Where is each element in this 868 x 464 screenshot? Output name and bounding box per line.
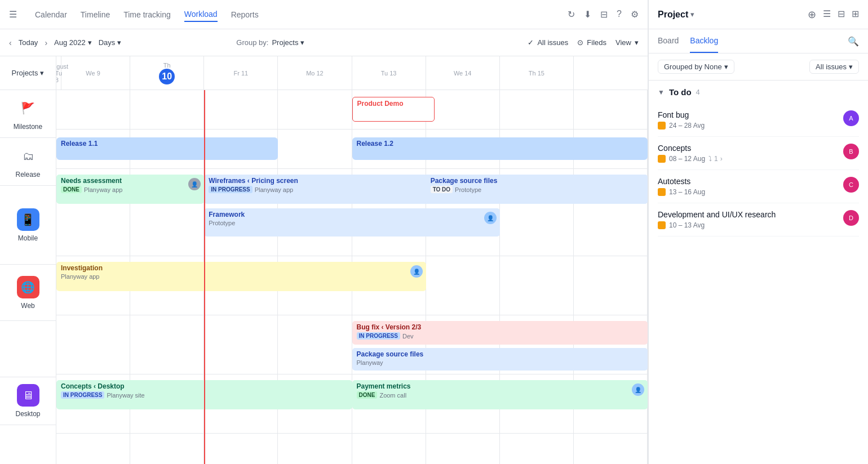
bug-badge: IN PROGRESS <box>357 332 400 340</box>
sidebar: Projects ▾ 🚩 Milestone 🗂 Release 📱 Mobil… <box>0 56 56 464</box>
payment-title: Payment metrics <box>357 382 644 390</box>
right-toolbar: Grouped by None ▾ All issues ▾ <box>649 53 868 81</box>
web-cell-7 <box>574 256 648 315</box>
product-demo-event[interactable]: Product Demo <box>352 97 435 122</box>
all-issues-right-button[interactable]: All issues ▾ <box>809 60 859 74</box>
download-icon[interactable]: ⬇ <box>584 9 591 20</box>
bug-fix-event[interactable]: Bug fix ‹ Version 2/3 IN PROGRESS Dev <box>352 321 648 345</box>
backlog-item-font-bug[interactable]: Font bug 24 – 28 Avg A <box>658 104 859 137</box>
release-1-2-event[interactable]: Release 1.2 <box>352 137 648 160</box>
concepts-desktop-event[interactable]: Concepts ‹ Desktop IN PROGRESS Planyway … <box>56 380 352 409</box>
backlog-item-concepts[interactable]: Concepts 08 – 12 Aug ⤵ 1 › B <box>658 137 859 170</box>
prev-arrow[interactable]: ‹ <box>9 38 12 47</box>
right-search-icon[interactable]: 🔍 <box>848 36 859 47</box>
grouped-by-button[interactable]: Grouped by None ▾ <box>658 60 734 74</box>
next-arrow[interactable]: › <box>45 38 47 47</box>
wireframes-app: Planyway app <box>255 186 294 193</box>
desktop-row: Concepts ‹ Desktop IN PROGRESS Planyway … <box>56 374 648 434</box>
sidebar-item-desktop[interactable]: 🖥 Desktop <box>0 377 56 425</box>
backlog-item-meta-1: 08 – 12 Aug ⤵ 1 › <box>658 155 839 163</box>
priority-icon-1 <box>658 155 666 163</box>
date-selector[interactable]: Aug 2022 ▾ <box>54 38 92 47</box>
sidebar-item-web[interactable]: 🌐 Web <box>0 265 56 321</box>
all-issues-button[interactable]: ✓ All issues <box>528 38 568 47</box>
package-source-2-event[interactable]: Package source files Planyway <box>352 348 648 371</box>
empty-cell-6 <box>500 434 574 464</box>
sub-count: 1 <box>714 155 718 163</box>
needs-assessment-event[interactable]: Needs assessment DONE Planyway app 👤 <box>56 175 204 204</box>
filed-button[interactable]: ⊙ Fileds <box>577 38 606 47</box>
backlog-avatar-2: C <box>843 177 859 193</box>
help-icon[interactable]: ? <box>617 9 622 20</box>
backlog-item-content-2: Autotests 13 – 16 Aug <box>658 177 839 196</box>
empty-cell-0 <box>56 434 130 464</box>
tab-backlog[interactable]: Backlog <box>690 29 718 53</box>
priority-icon-0 <box>658 122 666 130</box>
todo-title: To do <box>669 87 692 97</box>
top-nav: ☰ Calendar Timeline Time tracking Worklo… <box>0 0 648 29</box>
concepts-app: Planyway site <box>107 392 144 399</box>
cal-header-6: We 14 <box>426 56 500 90</box>
tab-calendar[interactable]: Calendar <box>35 8 67 21</box>
sidebar-item-mobile[interactable]: 📱 Mobile <box>0 186 56 265</box>
framework-event[interactable]: Framework Prototype 👤 <box>204 208 500 237</box>
days-selector[interactable]: Days ▾ <box>99 38 122 47</box>
cal-day-label-4: Mo 12 <box>306 70 324 77</box>
days-chevron: ▾ <box>117 38 121 47</box>
backlog-item-dev-uiux[interactable]: Development and UI/UX research 10 – 13 A… <box>658 203 859 237</box>
sub-icon: ⤵ <box>708 155 712 163</box>
release-1-2-title: Release 1.2 <box>357 140 644 148</box>
projects-selector[interactable]: Projects ▾ <box>12 69 45 77</box>
list-icon[interactable]: ☰ <box>823 8 831 21</box>
layout-icon[interactable]: ⊟ <box>838 8 845 21</box>
sidebar-item-release[interactable]: 🗂 Release <box>0 138 56 186</box>
empty-cell-4 <box>352 434 426 464</box>
backlog-item-autotests[interactable]: Autotests 13 – 16 Aug C <box>658 170 859 203</box>
bug-fix-title: Bug fix ‹ Version 2/3 <box>357 323 644 331</box>
project-title[interactable]: Project <box>658 10 688 20</box>
project-chevron: ▾ <box>690 10 694 19</box>
concepts-title: Concepts ‹ Desktop <box>61 382 348 390</box>
tab-workload[interactable]: Workload <box>184 7 218 22</box>
add-icon[interactable]: ⊕ <box>808 8 816 21</box>
backlog-item-meta-3: 10 – 13 Avg <box>658 221 839 229</box>
calendar-body: Product Demo Release 1.1 <box>56 90 648 464</box>
sidebar-label-desktop: Desktop <box>15 410 40 418</box>
settings-icon[interactable]: ⚙ <box>631 9 639 20</box>
investigation-title: Investigation <box>61 264 422 272</box>
refresh-icon[interactable]: ↻ <box>568 9 575 20</box>
backlog-item-title-0: Font bug <box>658 110 839 119</box>
cal-header-5: Tu 13 <box>352 56 426 90</box>
sidebar-item-milestone[interactable]: 🚩 Milestone <box>0 90 56 138</box>
backlog-sub-1: ⤵ 1 › <box>708 155 723 163</box>
todo-section-header: ▼ To do 4 <box>658 87 859 97</box>
tab-timeline[interactable]: Timeline <box>81 8 110 21</box>
view-button[interactable]: View ▾ <box>615 38 639 47</box>
menu-icon[interactable]: ☰ <box>9 9 17 20</box>
view-label: View <box>615 38 631 47</box>
payment-metrics-event[interactable]: Payment metrics DONE Zoom call 👤 <box>352 380 648 409</box>
sidebar-label-web: Web <box>21 302 34 310</box>
expand-icon[interactable]: ⊞ <box>852 8 859 21</box>
package-source-event[interactable]: Package source files TO DO Prototype <box>426 175 648 204</box>
needs-badge: DONE <box>61 186 82 193</box>
sidebar-label-release: Release <box>15 171 40 179</box>
rel-cell-3 <box>278 130 352 168</box>
sub-arrow: › <box>720 155 723 163</box>
group-by-selector[interactable]: Projects ▾ <box>272 38 304 47</box>
all-issues-right-label: All issues <box>816 63 847 71</box>
filter-icon[interactable]: ⊟ <box>600 9 608 20</box>
cal-header-4: Mo 12 <box>278 56 352 90</box>
today-button[interactable]: Today <box>19 38 38 47</box>
package-source-2-app: Planyway <box>357 359 383 366</box>
todo-chevron[interactable]: ▼ <box>658 88 665 96</box>
tab-board[interactable]: Board <box>658 29 679 53</box>
wireframes-badge: IN PROGRESS <box>209 186 252 193</box>
tab-timetracking[interactable]: Time tracking <box>123 8 171 21</box>
milestone-icon: 🚩 <box>17 97 39 119</box>
tab-reports[interactable]: Reports <box>231 8 259 21</box>
payment-app: Zoom call <box>379 392 406 399</box>
backlog-item-content-0: Font bug 24 – 28 Avg <box>658 110 839 130</box>
investigation-event[interactable]: Investigation Planyway app 👤 <box>56 262 426 291</box>
release-1-1-event[interactable]: Release 1.1 <box>56 137 278 160</box>
